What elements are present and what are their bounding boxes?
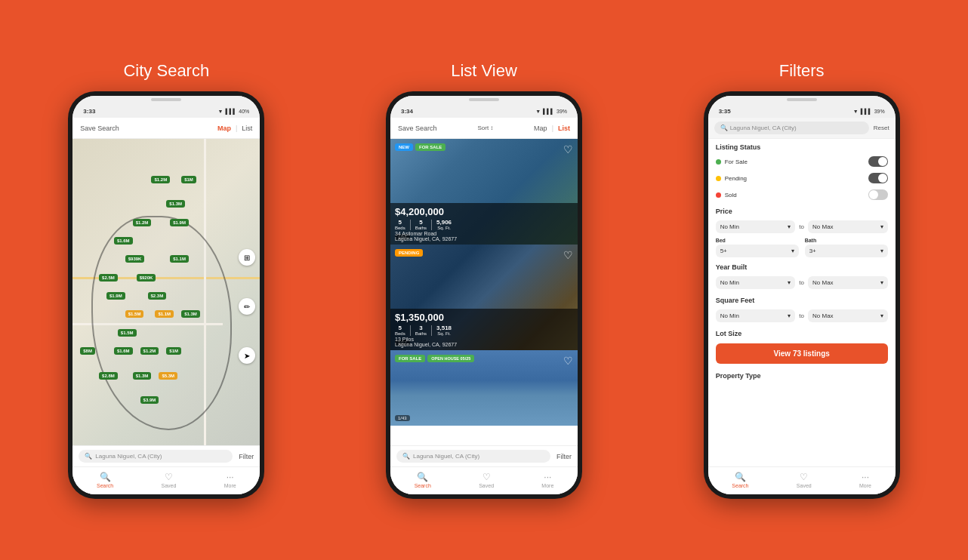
price-marker[interactable]: $1M	[181, 176, 196, 183]
tab-list-2[interactable]: List	[558, 125, 570, 132]
nav-more-2[interactable]: ··· More	[541, 472, 553, 488]
status-bar-3: 3:35 ▼ ▌▌▌ 39%	[708, 104, 896, 118]
heart-nav-icon-2: ♡	[482, 472, 491, 482]
bed-select[interactable]: 5+ ▾	[716, 245, 799, 257]
view-listings-button[interactable]: View 73 listings	[716, 343, 888, 364]
reset-button[interactable]: Reset	[874, 125, 889, 131]
search-icon-3: 🔍	[720, 125, 728, 131]
battery-2: 39%	[556, 109, 567, 114]
nav-search-1[interactable]: 🔍 Search	[97, 472, 113, 488]
draw-button[interactable]: ✏	[239, 298, 255, 315]
toggle-thumb	[878, 157, 887, 166]
listing-address-2: 13 Pilos Laguna Niguel, CA, 92677	[395, 337, 573, 347]
more-nav-icon-2: ···	[544, 472, 551, 482]
price-marker[interactable]: $939K	[125, 255, 145, 263]
layers-button[interactable]: ⊞	[239, 249, 255, 266]
save-search-2[interactable]: Save Search	[398, 125, 437, 132]
price-marker[interactable]: $1.5M	[125, 310, 144, 318]
price-marker[interactable]: $1.2M	[151, 176, 170, 183]
heart-button-2[interactable]: ♡	[563, 249, 573, 261]
toggle-thumb-3	[869, 190, 878, 199]
nav-more-1[interactable]: ··· More	[224, 472, 236, 488]
filter-button-2[interactable]: Filter	[556, 453, 572, 460]
search-input-1[interactable]: 🔍 Laguna Niguel, CA (City)	[79, 450, 233, 463]
chevron-down-icon-3: ▾	[791, 248, 794, 254]
tab-map-2[interactable]: Map	[534, 125, 547, 132]
price-title: Price	[708, 203, 896, 217]
bath-select[interactable]: 3+ ▾	[805, 245, 888, 257]
price-marker[interactable]: $1.6M	[114, 347, 133, 355]
filter-search-placeholder: Laguna Niguel, CA (City)	[730, 125, 797, 131]
filter-button-1[interactable]: Filter	[239, 453, 254, 460]
wifi-icon-3: ▼	[853, 109, 859, 114]
chevron-down-icon-7: ▾	[788, 312, 791, 319]
filter-search-input[interactable]: 🔍 Laguna Niguel, CA (City)	[714, 122, 869, 134]
price-marker[interactable]: $1.1M	[155, 310, 174, 318]
sqft-min-select[interactable]: No Min ▾	[716, 309, 796, 322]
year-max-select[interactable]: No Max ▾	[808, 276, 888, 289]
price-marker[interactable]: $1.3M	[166, 200, 185, 208]
map-boundary	[91, 216, 232, 430]
sqft-2: 3,518 Sq. Ft.	[436, 325, 452, 336]
location-button[interactable]: ➤	[239, 347, 255, 364]
price-marker[interactable]: $2.8M	[99, 372, 118, 380]
price-marker[interactable]: $2.3M	[148, 292, 167, 300]
sqft-max-select[interactable]: No Max ▾	[808, 309, 888, 322]
chevron-down-icon-8: ▾	[880, 312, 883, 319]
listing-card-3[interactable]: FOR SALE OPEN HOUSE 05/25 ♡ 1/43	[390, 350, 578, 426]
price-marker[interactable]: $1.3M	[133, 372, 152, 380]
price-marker[interactable]: $3.9M	[140, 396, 159, 404]
pending-row: Pending	[708, 170, 896, 186]
search-nav-icon-2: 🔍	[417, 472, 428, 482]
price-marker[interactable]: $1.2M	[140, 347, 159, 355]
notch-bar-3	[787, 98, 817, 101]
save-search-1[interactable]: Save Search	[80, 125, 119, 132]
listing-info-2: $1,350,000 5 Beds 3 Baths	[390, 309, 578, 350]
price-marker[interactable]: $1.3M	[181, 310, 200, 318]
sort-button[interactable]: Sort ↕	[477, 125, 493, 131]
tab-list-1[interactable]: List	[242, 125, 252, 132]
status-time-2: 3:34	[401, 108, 413, 115]
divider	[431, 220, 432, 230]
heart-button-1[interactable]: ♡	[563, 143, 573, 155]
sold-toggle[interactable]	[868, 189, 888, 200]
search-input-2[interactable]: 🔍 Laguna Niguel, CA (City)	[396, 450, 550, 463]
price-marker[interactable]: $920K	[137, 274, 156, 282]
tab-map-1[interactable]: Map	[217, 125, 231, 132]
price-marker[interactable]: $1.9M	[106, 292, 125, 300]
nav-saved-2[interactable]: ♡ Saved	[479, 472, 494, 488]
listing-card-1[interactable]: NEW FOR SALE ♡ 1/54 $4,200,000 5 Beds	[390, 139, 578, 245]
pending-toggle[interactable]	[868, 173, 888, 183]
price-marker[interactable]: $1.2M	[133, 219, 152, 226]
app-bar-1: Save Search Map | List	[72, 118, 260, 139]
nav-more-3[interactable]: ··· More	[859, 472, 871, 488]
nav-search-3[interactable]: 🔍 Search	[732, 472, 748, 488]
price-marker[interactable]: $1.5M	[118, 329, 137, 337]
price-marker[interactable]: $1M	[166, 347, 181, 355]
for-sale-toggle[interactable]	[868, 156, 888, 167]
property-type-title: Property Type	[708, 368, 896, 382]
for-sale-label: For Sale	[716, 158, 748, 165]
bath-label: Bath	[805, 238, 888, 243]
price-min-select[interactable]: No Min ▾	[716, 220, 796, 233]
price-marker[interactable]: $1.1M	[170, 255, 189, 263]
listing-status-title: Listing Status	[708, 139, 896, 153]
price-max-select[interactable]: No Max ▾	[808, 220, 888, 233]
chevron-down-icon-5: ▾	[788, 279, 791, 286]
price-marker[interactable]: $8M	[80, 347, 95, 355]
heart-button-3[interactable]: ♡	[563, 355, 573, 367]
chevron-down-icon-4: ▾	[880, 248, 883, 254]
price-marker orange[interactable]: $2.5M	[99, 274, 118, 282]
price-marker[interactable]: $5.3M	[159, 372, 177, 380]
nav-saved-3[interactable]: ♡ Saved	[797, 472, 812, 488]
listing-card-2[interactable]: PENDING ♡ 1/17 $1,350,000 5 Beds	[390, 245, 578, 350]
status-bar-2: 3:34 ▼ ▌▌▌ 39%	[390, 104, 578, 118]
price-marker[interactable]: $1.9M	[170, 219, 189, 226]
map-area[interactable]: $1.2M $1M $1.3M $1.2M $1.9M $1.6M $939K …	[72, 139, 260, 445]
price-marker[interactable]: $1.6M	[114, 237, 133, 245]
nav-saved-1[interactable]: ♡ Saved	[162, 472, 177, 488]
year-min-select[interactable]: No Min ▾	[716, 276, 796, 289]
status-icons-1: ▼ ▌▌▌ 40%	[217, 109, 249, 114]
nav-search-2[interactable]: 🔍 Search	[415, 472, 431, 488]
map-background: $1.2M $1M $1.3M $1.2M $1.9M $1.6M $939K …	[72, 139, 260, 445]
